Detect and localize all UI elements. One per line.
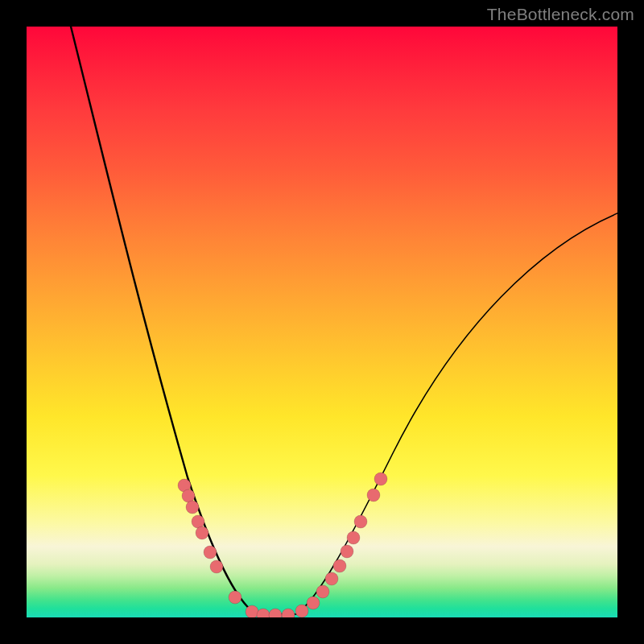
marker-dot (246, 605, 258, 617)
right-curve (276, 213, 617, 614)
marker-dot (367, 489, 380, 502)
marker-dot (204, 546, 217, 559)
watermark-text: TheBottleneck.com (487, 5, 634, 24)
marker-dot (257, 609, 270, 617)
marker-dot (182, 489, 195, 502)
marker-dot (333, 559, 346, 572)
plot-area (27, 27, 617, 617)
marker-dot (295, 605, 308, 617)
marker-dot (374, 473, 387, 485)
marker-dot (282, 609, 295, 617)
marker-dot (354, 515, 367, 528)
marker-dot (192, 515, 204, 528)
marker-dot (269, 609, 282, 617)
marker-dot (186, 501, 199, 514)
marker-dot (325, 572, 338, 585)
marker-dots (178, 473, 387, 617)
marker-dot (210, 560, 223, 573)
marker-dot (196, 526, 208, 539)
left-curve (71, 27, 276, 614)
marker-dot (307, 597, 320, 609)
marker-dot (341, 545, 353, 558)
marker-dot (347, 531, 360, 544)
marker-dot (316, 585, 329, 598)
chart-stage: TheBottleneck.com (0, 0, 644, 644)
marker-dot (229, 591, 242, 604)
curve-layer (27, 27, 617, 617)
